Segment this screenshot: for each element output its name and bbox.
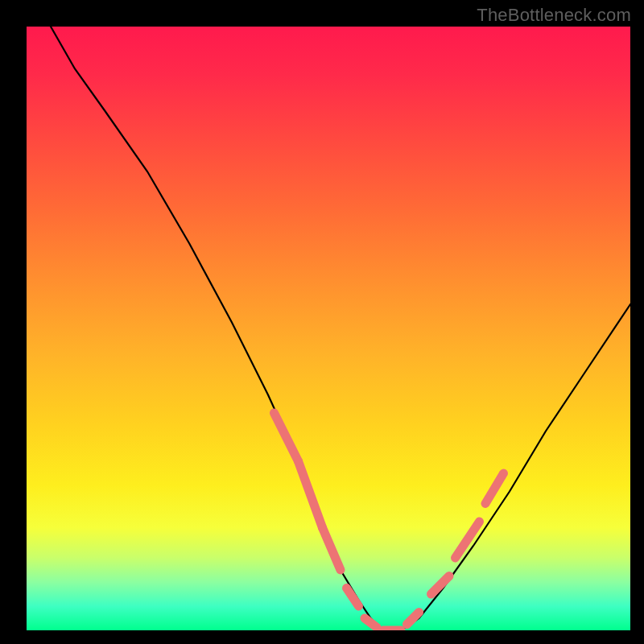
highlight-dash (485, 473, 504, 504)
bottleneck-curve (51, 27, 630, 630)
chart-frame: TheBottleneck.com (0, 0, 644, 644)
plot-area (27, 27, 630, 630)
highlight-dash (323, 528, 341, 571)
highlight-dash (275, 413, 299, 461)
highlight-dashes (275, 413, 504, 630)
highlight-dash (407, 613, 419, 625)
highlight-dash (456, 522, 480, 558)
highlight-dash (299, 461, 323, 528)
watermark: TheBottleneck.com (477, 5, 631, 26)
curve-layer (27, 27, 630, 630)
highlight-dash (365, 618, 377, 627)
highlight-dash (347, 588, 359, 607)
